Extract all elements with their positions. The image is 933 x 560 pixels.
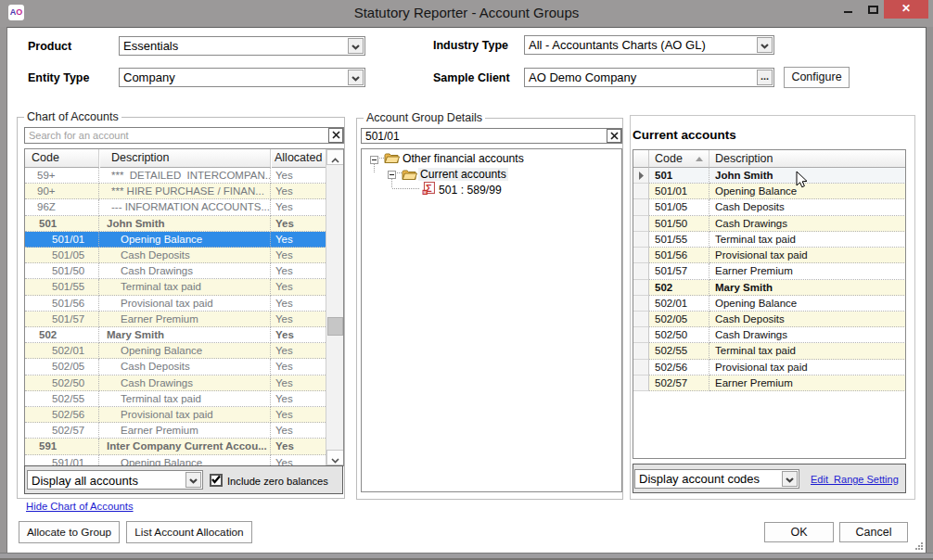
svg-text:M: M [423, 191, 426, 195]
